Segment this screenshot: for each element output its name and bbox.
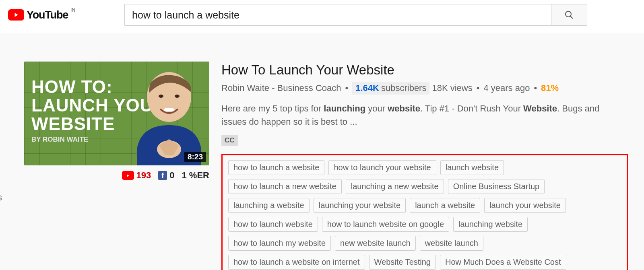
tag-chip[interactable]: launching a new website	[346, 179, 444, 194]
tag-chip[interactable]: website launch	[420, 236, 483, 251]
video-byline: Robin Waite - Business Coach 1.64K subsc…	[221, 82, 628, 95]
tag-chip[interactable]: how to launch your website	[328, 160, 436, 175]
tag-chip[interactable]: How Much Does a Website Cost	[440, 255, 566, 270]
tag-chip[interactable]: how to launch website on google	[322, 217, 449, 232]
svg-point-1	[566, 11, 571, 17]
video-title[interactable]: How To Launch Your Website	[221, 62, 628, 78]
tag-chip[interactable]: launch your website	[484, 198, 566, 213]
tag-chip[interactable]: how to launch a new website	[228, 179, 342, 194]
separator-dot	[532, 83, 539, 93]
header: YouTube IN	[0, 0, 644, 33]
search-results: s HOW TO: LAUNCH YOUR WEBSITE BY ROBIN W…	[0, 33, 644, 270]
truncated-sidebar-char: s	[0, 192, 2, 203]
tag-chip[interactable]: launch a website	[410, 198, 480, 213]
facebook-stat: f 0	[158, 170, 174, 181]
facebook-share-count: 0	[169, 170, 174, 181]
channel-name[interactable]: Robin Waite - Business Coach	[221, 83, 341, 93]
video-metadata: How To Launch Your Website Robin Waite -…	[221, 62, 628, 270]
result-item: HOW TO: LAUNCH YOUR WEBSITE BY ROBIN WAI…	[24, 62, 628, 270]
tag-chip[interactable]: how to launch my website	[228, 236, 331, 251]
thumbnail-person-icon	[113, 65, 209, 165]
tags-box: how to launch a websitehow to launch you…	[221, 154, 628, 270]
video-thumbnail[interactable]: HOW TO: LAUNCH YOUR WEBSITE BY ROBIN WAI…	[24, 62, 209, 165]
tag-chip[interactable]: launch website	[440, 160, 504, 175]
youtube-wordmark: YouTube	[27, 9, 68, 21]
search-icon	[564, 10, 574, 20]
social-stats: 193 f 0 1 %ER	[24, 170, 209, 181]
tag-chip[interactable]: how to launch website	[228, 217, 318, 232]
subscriber-badge: 1.64K subscribers	[352, 82, 429, 95]
video-duration: 8:23	[184, 152, 206, 162]
tag-chip[interactable]: launching a website	[228, 198, 310, 213]
tag-chip[interactable]: how to launch a website on internet	[228, 255, 365, 270]
tag-chip[interactable]: Website Testing	[369, 255, 436, 270]
svg-rect-6	[164, 108, 174, 111]
svg-point-4	[159, 95, 163, 98]
view-count: 18K views	[432, 83, 472, 93]
tag-chip[interactable]: launching your website	[314, 198, 406, 213]
youtube-share-count: 193	[136, 170, 151, 181]
separator-dot	[344, 83, 350, 93]
subscriber-count: 1.64K	[355, 83, 379, 93]
video-description: Here are my 5 top tips for launching you…	[221, 102, 608, 128]
tag-chip[interactable]: Online Business Startup	[448, 179, 545, 194]
search-bar	[124, 4, 587, 26]
svg-point-5	[175, 95, 180, 98]
svg-marker-8	[127, 174, 129, 177]
tag-chip[interactable]: launching website	[453, 217, 528, 232]
tag-chip[interactable]: how to launch a website	[228, 160, 324, 175]
tag-chip[interactable]: new website launch	[335, 236, 416, 251]
closed-captions-badge: CC	[221, 135, 238, 146]
youtube-region: IN	[70, 7, 75, 13]
youtube-mini-icon	[122, 171, 134, 180]
youtube-stat: 193	[122, 170, 151, 181]
thumbnail-column: HOW TO: LAUNCH YOUR WEBSITE BY ROBIN WAI…	[24, 62, 209, 181]
separator-dot	[475, 83, 481, 93]
subscriber-label: subscribers	[381, 83, 426, 93]
svg-marker-0	[15, 13, 18, 17]
search-input[interactable]	[124, 4, 551, 26]
engagement-rate: 1 %ER	[182, 170, 209, 181]
svg-line-2	[570, 16, 573, 19]
youtube-play-icon	[8, 9, 24, 21]
like-rating: 81%	[541, 83, 559, 93]
search-button[interactable]	[551, 4, 587, 26]
youtube-logo[interactable]: YouTube IN	[8, 9, 74, 21]
facebook-icon: f	[158, 171, 167, 180]
upload-age: 4 years ago	[483, 83, 530, 93]
